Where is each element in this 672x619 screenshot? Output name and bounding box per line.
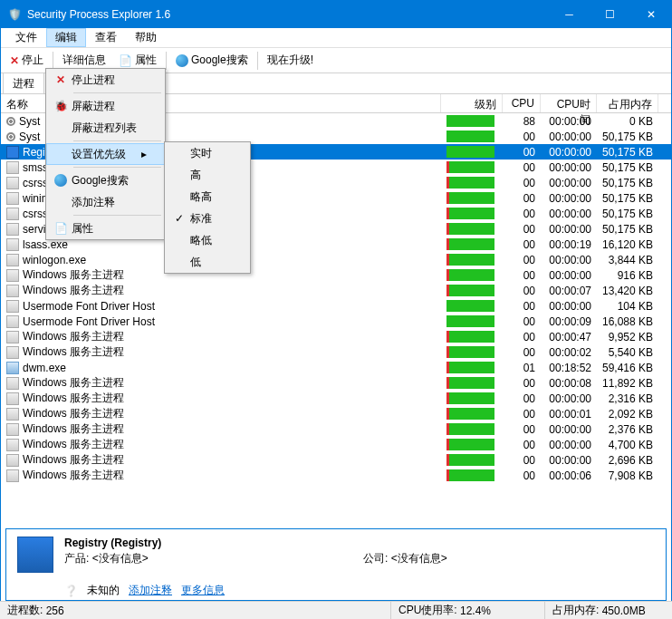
process-icon	[6, 223, 19, 236]
col-cputime[interactable]: CPU时间	[541, 94, 597, 112]
ie-icon	[176, 54, 188, 67]
label: 属性	[72, 221, 93, 237]
process-name: Windows 服务主进程	[23, 406, 124, 421]
label: 添加注释	[72, 195, 115, 210]
table-row[interactable]: Windows 服务主进程0000:00:012,092 KB	[1, 406, 671, 421]
cell-mem: 50,175 KB	[597, 223, 658, 236]
cell-cputime: 00:00:00	[541, 131, 597, 143]
table-row[interactable]: Windows 服务主进程0000:00:002,316 KB	[1, 391, 671, 406]
table-row[interactable]: Usermode Font Driver Host0000:00:0916,08…	[1, 314, 671, 329]
process-icon	[6, 300, 19, 313]
cell-cpu: 00	[503, 269, 541, 282]
toolbar-stop-process[interactable]: ✕停止	[5, 51, 49, 70]
cell-cputime: 00:00:00	[541, 208, 597, 220]
cell-mem: 2,092 KB	[597, 408, 658, 421]
table-row[interactable]: Windows 服务主进程0000:00:0811,892 KB	[1, 375, 671, 391]
process-icon	[6, 146, 19, 159]
menu-properties[interactable]: 📄 属性	[46, 218, 165, 239]
menu-edit[interactable]: 编辑	[46, 28, 86, 47]
col-level[interactable]: 级别	[441, 94, 503, 112]
cell-cpu: 00	[503, 346, 541, 359]
info-company-label: 公司:	[363, 552, 388, 565]
cell-cputime: 00:00:00	[541, 161, 597, 174]
process-icon	[17, 537, 53, 573]
toolbar-stop-label: 停止	[22, 53, 43, 68]
tab-processes[interactable]: 进程	[3, 73, 44, 94]
cell-mem: 0 KB	[597, 115, 658, 128]
priority-below[interactable]: 略低	[165, 229, 250, 251]
cell-cputime: 00:00:09	[541, 315, 597, 328]
menu-block-list[interactable]: 屏蔽进程列表	[46, 117, 165, 139]
table-row[interactable]: dwm.exe0100:18:5259,416 KB	[1, 360, 671, 375]
minimize-button[interactable]: ─	[549, 1, 590, 28]
cell-name: Windows 服务主进程	[1, 375, 441, 391]
priority-high[interactable]: 高	[165, 164, 250, 186]
cell-cputime: 00:00:02	[541, 346, 597, 359]
process-grid: 名称 级别 CPU CPU时间 占用内存 Syst8800:00:000 KBS…	[1, 93, 671, 483]
menu-stop-process[interactable]: ✕ 停止进程	[46, 69, 165, 91]
close-button[interactable]: ✕	[630, 1, 671, 28]
process-icon	[6, 423, 19, 436]
cell-mem: 2,696 KB	[597, 454, 658, 467]
process-icon	[6, 362, 19, 374]
table-row[interactable]: Windows 服务主进程0000:00:002,696 KB	[1, 452, 671, 468]
toolbar-properties[interactable]: 📄属性	[113, 51, 162, 70]
cell-name: Windows 服务主进程	[1, 406, 441, 421]
cell-level	[441, 177, 503, 189]
table-row[interactable]: Windows 服务主进程0000:00:002,376 KB	[1, 421, 671, 437]
link-more-info[interactable]: 更多信息	[181, 583, 225, 598]
cell-level	[441, 454, 503, 466]
priority-normal[interactable]: ✓标准	[165, 208, 250, 229]
cell-cputime: 00:00:00	[541, 269, 597, 282]
app-icon: 🛡️	[8, 8, 22, 21]
page-icon: 📄	[54, 222, 68, 235]
cell-mem: 50,175 KB	[597, 208, 658, 220]
block-icon: 🐞	[54, 100, 68, 112]
cell-mem: 50,175 KB	[597, 161, 658, 174]
table-row[interactable]: Windows 服务主进程0000:00:0713,420 KB	[1, 283, 671, 298]
col-cpu[interactable]: CPU	[503, 94, 541, 112]
menu-help[interactable]: 帮助	[126, 28, 166, 47]
cell-cputime: 00:00:00	[541, 177, 597, 189]
cell-cpu: 00	[503, 254, 541, 266]
cell-level	[441, 331, 503, 343]
cell-mem: 50,175 KB	[597, 131, 658, 143]
priority-realtime[interactable]: 实时	[165, 142, 250, 164]
table-row[interactable]: Usermode Font Driver Host0000:00:00104 K…	[1, 298, 671, 314]
menu-file[interactable]: 文件	[6, 28, 46, 47]
cell-name: Windows 服务主进程	[1, 452, 441, 468]
priority-above[interactable]: 略高	[165, 186, 250, 208]
table-row[interactable]: Windows 服务主进程0000:00:067,908 KB	[1, 468, 671, 483]
cell-level	[441, 146, 503, 158]
toolbar-upgrade[interactable]: 现在升级!	[262, 51, 319, 70]
toolbar-google-label: Google搜索	[191, 53, 248, 68]
cell-cputime: 00:00:00	[541, 454, 597, 467]
menu-block-process[interactable]: 🐞 屏蔽进程	[46, 95, 165, 117]
toolbar-google[interactable]: Google搜索	[170, 51, 254, 70]
cell-level	[441, 192, 503, 204]
col-mem[interactable]: 占用内存	[597, 94, 658, 112]
menu-google[interactable]: Google搜索	[46, 169, 165, 191]
cell-cputime: 00:00:00	[541, 392, 597, 405]
toolbar-detail-label: 详细信息	[62, 53, 106, 68]
menu-view[interactable]: 查看	[86, 28, 126, 47]
cell-cputime: 00:00:00	[541, 146, 597, 159]
table-row[interactable]: Windows 服务主进程0000:00:025,540 KB	[1, 344, 671, 360]
toolbar-detail[interactable]: 详细信息	[57, 51, 111, 70]
info-title: Registry (Registry)	[64, 537, 655, 549]
table-row[interactable]: Windows 服务主进程0000:00:00916 KB	[1, 267, 671, 283]
menu-add-comment[interactable]: 添加注释	[46, 191, 165, 213]
table-row[interactable]: Windows 服务主进程0000:00:479,952 KB	[1, 329, 671, 344]
cell-level	[441, 208, 503, 219]
table-row[interactable]: winlogon.exe0000:00:003,844 KB	[1, 252, 671, 267]
maximize-button[interactable]: ☐	[590, 1, 630, 28]
process-icon	[6, 331, 19, 343]
priority-low[interactable]: 低	[165, 251, 250, 273]
label: 略低	[190, 233, 212, 248]
process-name: Windows 服务主进程	[23, 437, 124, 452]
cell-level	[441, 315, 503, 327]
table-row[interactable]: Windows 服务主进程0000:00:004,700 KB	[1, 437, 671, 452]
menu-set-priority[interactable]: 设置优先级 ▸ 实时 高 略高 ✓标准 略低 低	[46, 143, 165, 165]
cell-mem: 50,175 KB	[597, 192, 658, 205]
link-add-comment[interactable]: 添加注释	[129, 583, 172, 598]
